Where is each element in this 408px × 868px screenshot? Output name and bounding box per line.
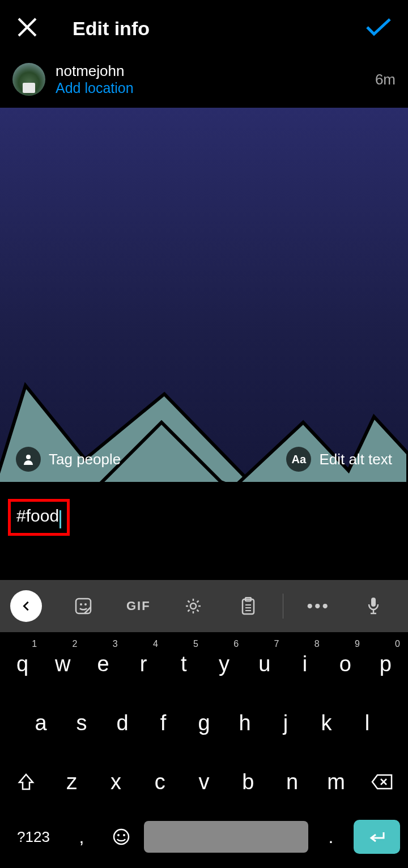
key-r[interactable]: r4 — [125, 640, 163, 688]
svg-line-17 — [197, 601, 199, 603]
tag-people-label: Tag people — [49, 451, 121, 468]
key-g[interactable]: g — [185, 699, 223, 747]
svg-point-8 — [84, 603, 87, 606]
keyboard-toolbar: GIF ••• — [0, 580, 408, 632]
svg-rect-6 — [76, 599, 91, 613]
keyboard-row-2: asdfghjkl — [3, 699, 405, 747]
period-key[interactable]: . — [314, 817, 348, 857]
key-h[interactable]: h — [226, 699, 264, 747]
key-d[interactable]: d — [103, 699, 142, 747]
svg-point-29 — [117, 834, 120, 836]
key-u[interactable]: u7 — [245, 640, 283, 688]
svg-line-14 — [188, 601, 190, 603]
username-label: notmejohn — [56, 62, 134, 80]
avatar[interactable] — [12, 63, 45, 96]
more-icon[interactable]: ••• — [294, 596, 343, 616]
clipboard-icon[interactable] — [223, 597, 273, 615]
key-t[interactable]: t5 — [165, 640, 203, 688]
edit-alt-label: Edit alt text — [319, 451, 392, 468]
post-timestamp: 6m — [375, 71, 396, 88]
key-s[interactable]: s — [62, 699, 101, 747]
key-q[interactable]: q1 — [3, 640, 41, 688]
add-location-link[interactable]: Add location — [56, 80, 134, 96]
backspace-key[interactable] — [359, 758, 405, 806]
shift-key[interactable] — [3, 758, 49, 806]
space-key[interactable] — [144, 821, 308, 853]
sticker-icon[interactable] — [59, 597, 108, 615]
key-p[interactable]: p0 — [367, 640, 405, 688]
svg-line-16 — [188, 610, 190, 612]
key-f[interactable]: f — [144, 699, 182, 747]
key-l[interactable]: l — [348, 699, 386, 747]
aa-icon: Aa — [286, 447, 311, 472]
svg-point-9 — [190, 603, 196, 609]
key-n[interactable]: n — [271, 758, 313, 806]
key-y[interactable]: y6 — [205, 640, 243, 688]
soft-keyboard: GIF ••• q1w2e3r4t5y6u7i8o9p0 asdfghjkl z… — [0, 580, 408, 868]
mic-icon[interactable] — [348, 596, 398, 616]
gif-button[interactable]: GIF — [114, 599, 163, 613]
key-c[interactable]: c — [139, 758, 181, 806]
key-i[interactable]: i8 — [286, 640, 324, 688]
numeric-mode-key[interactable]: ?123 — [8, 817, 59, 857]
key-z[interactable]: z — [51, 758, 93, 806]
confirm-check-icon[interactable] — [365, 17, 392, 40]
svg-point-5 — [26, 455, 31, 459]
chevron-left-icon[interactable] — [10, 590, 42, 622]
key-j[interactable]: j — [266, 699, 305, 747]
key-m[interactable]: m — [315, 758, 357, 806]
header-bar: Edit info — [0, 0, 408, 57]
key-k[interactable]: k — [307, 699, 346, 747]
emoji-key[interactable] — [104, 817, 138, 857]
svg-point-28 — [114, 829, 129, 844]
key-e[interactable]: e3 — [84, 640, 122, 688]
key-b[interactable]: b — [227, 758, 269, 806]
keyboard-row-1: q1w2e3r4t5y6u7i8o9p0 — [3, 640, 405, 688]
toolbar-divider — [283, 594, 283, 619]
page-title: Edit info — [73, 18, 150, 40]
svg-point-7 — [80, 603, 82, 606]
enter-key[interactable] — [354, 820, 400, 854]
person-icon — [16, 447, 41, 472]
gear-icon[interactable] — [169, 598, 218, 615]
key-v[interactable]: v — [183, 758, 225, 806]
svg-line-15 — [197, 610, 199, 612]
key-a[interactable]: a — [22, 699, 60, 747]
caption-input[interactable]: #food — [16, 506, 59, 525]
keyboard-row-3: zxcvbnm — [3, 758, 405, 806]
comma-key[interactable]: , — [65, 817, 99, 857]
close-icon[interactable] — [16, 16, 39, 41]
svg-rect-23 — [371, 598, 376, 607]
text-cursor — [60, 510, 61, 528]
post-image[interactable]: Tag people Aa Edit alt text — [0, 108, 408, 482]
user-info-row: notmejohn Add location 6m — [0, 57, 408, 108]
caption-area: #food — [0, 482, 408, 553]
tag-people-button[interactable]: Tag people — [16, 447, 121, 472]
key-o[interactable]: o9 — [326, 640, 364, 688]
edit-alt-text-button[interactable]: Aa Edit alt text — [286, 447, 392, 472]
caption-highlight-box: #food — [8, 499, 70, 536]
svg-point-30 — [123, 834, 125, 836]
key-x[interactable]: x — [95, 758, 137, 806]
key-w[interactable]: w2 — [44, 640, 82, 688]
keyboard-row-4: ?123 , . — [3, 817, 405, 857]
